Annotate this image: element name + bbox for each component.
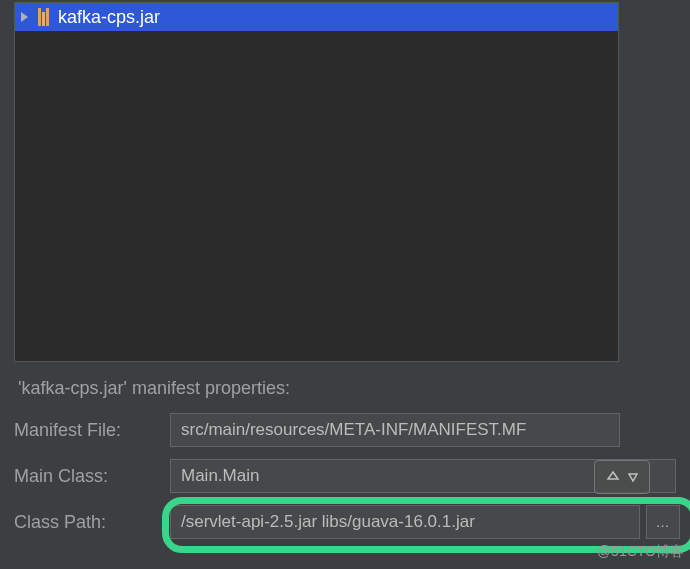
artifact-name: kafka-cps.jar: [58, 7, 160, 28]
artifact-tree-item[interactable]: kafka-cps.jar: [15, 3, 618, 31]
manifest-file-row: Manifest File:: [14, 413, 676, 447]
manifest-file-label: Manifest File:: [14, 420, 158, 441]
arrow-down-icon: [626, 470, 640, 484]
class-path-label: Class Path:: [14, 512, 158, 533]
jar-icon: [38, 8, 52, 26]
manifest-file-input[interactable]: [170, 413, 620, 447]
class-path-input[interactable]: [170, 505, 640, 539]
watermark-text: @51CTO博客: [597, 543, 684, 561]
class-path-row: Class Path: …: [14, 505, 676, 539]
class-path-browse-button[interactable]: …: [646, 505, 680, 539]
main-class-label: Main Class:: [14, 466, 158, 487]
arrow-up-icon: [604, 470, 622, 484]
artifact-tree-panel[interactable]: kafka-cps.jar: [14, 2, 619, 362]
expand-arrow-icon[interactable]: [21, 12, 28, 22]
floating-action-widget[interactable]: [594, 460, 650, 494]
manifest-properties-panel: 'kafka-cps.jar' manifest properties: Man…: [14, 368, 676, 551]
properties-title: 'kafka-cps.jar' manifest properties:: [14, 378, 676, 399]
main-class-row: Main Class:: [14, 459, 676, 493]
